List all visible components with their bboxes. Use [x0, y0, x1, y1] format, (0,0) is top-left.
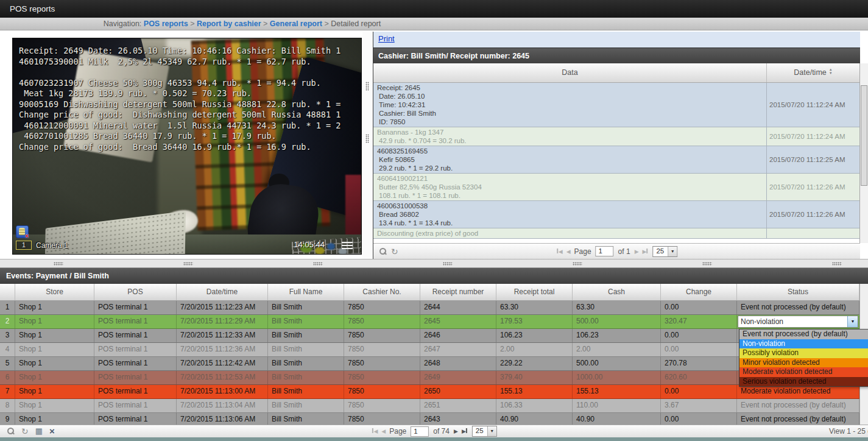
page-input[interactable]: 1: [411, 426, 429, 437]
first-page-icon[interactable]: ◀: [556, 249, 562, 255]
events-panel-header: Events: Payment / Bill Smith: [0, 268, 868, 284]
clear-filter-icon[interactable]: ×: [49, 427, 55, 436]
events-cell-name: Bill Smith: [268, 399, 344, 412]
events-row[interactable]: 1Shop 1POS terminal 17/20/2015 11:12:23 …: [0, 301, 859, 315]
camera-overlay-line: Change price of good: Bread 36440 16.9 r…: [19, 142, 360, 153]
dropdown-arrow-icon[interactable]: ▼: [847, 316, 858, 327]
dropdown-arrow-icon: ▼: [487, 426, 496, 436]
events-cell-cash: 106.23: [573, 329, 661, 342]
sort-icon: ▲▼: [829, 68, 833, 76]
breadcrumb-item[interactable]: General report: [270, 19, 322, 28]
status-dropdown-option[interactable]: Moderate violation detected: [739, 367, 868, 377]
page-of-label: of 74: [433, 427, 450, 436]
events-column-header[interactable]: Store: [15, 284, 94, 300]
search-icon[interactable]: [378, 247, 387, 256]
splitter-handle[interactable]: [443, 262, 453, 266]
splitter-handle[interactable]: [365, 82, 369, 91]
events-cell-name: Bill Smith: [268, 371, 344, 384]
events-cell-name: Bill Smith: [268, 357, 344, 370]
events-cell-total: 155.13: [496, 385, 573, 398]
events-cell-cash: 155.13: [573, 385, 661, 398]
events-row[interactable]: 5Shop 1POS terminal 17/20/2015 11:12:42 …: [0, 357, 859, 371]
print-link[interactable]: Print: [378, 34, 395, 43]
events-cell-store: Shop 1: [15, 301, 94, 314]
events-column-header[interactable]: [0, 284, 15, 300]
status-dropdown-option[interactable]: Serious violation detected: [739, 377, 868, 387]
horizontal-splitter[interactable]: [0, 259, 868, 268]
events-column-header[interactable]: Cashier No.: [344, 284, 420, 300]
events-column-header[interactable]: Status: [737, 284, 859, 300]
splitter-handle[interactable]: [54, 262, 63, 266]
prev-page-icon[interactable]: ◀: [381, 428, 385, 434]
events-row[interactable]: 9Shop 1POS terminal 17/20/2015 11:13:06 …: [0, 413, 859, 425]
events-column-header[interactable]: Change: [661, 284, 737, 300]
receipt-row[interactable]: Discounting (extra price) of good: [373, 228, 860, 239]
events-column-header[interactable]: Receipt total: [496, 284, 573, 300]
column-header-datetime[interactable]: Date/time▲▼: [767, 63, 860, 82]
receipt-row-data: 4608325169455Kefir 5086529.2 rub. * 1 = …: [373, 146, 767, 173]
receipt-row[interactable]: 4600631000538Bread 3680213.4 rub. * 1 = …: [373, 201, 860, 228]
events-cell-name: Bill Smith: [268, 385, 344, 398]
status-select[interactable]: Non-violation▼: [738, 316, 858, 328]
events-row[interactable]: 8Shop 1POS terminal 17/20/2015 11:13:04 …: [0, 399, 859, 413]
events-cell-name: Bill Smith: [268, 301, 344, 314]
next-page-icon[interactable]: ▶: [635, 249, 638, 255]
events-row[interactable]: 2Shop 1POS terminal 17/20/2015 11:12:29 …: [0, 315, 859, 329]
receipt-row[interactable]: 4608325169455Kefir 5086529.2 rub. * 1 = …: [373, 146, 860, 174]
refresh-icon[interactable]: ↻: [21, 427, 29, 436]
grid-columns-icon[interactable]: ▦: [35, 427, 43, 436]
events-column-header[interactable]: Receipt number: [420, 284, 496, 300]
vertical-splitter[interactable]: [362, 32, 373, 259]
receipt-scrollbar-thumb[interactable]: [861, 85, 867, 186]
breadcrumb-item[interactable]: POS reports: [144, 19, 188, 28]
events-cell-receipt: 2649: [420, 371, 496, 384]
events-cell-store: Shop 1: [15, 329, 94, 342]
page-input[interactable]: 1: [596, 246, 614, 256]
events-row[interactable]: 7Shop 1POS terminal 17/20/2015 11:13:00 …: [0, 385, 859, 399]
events-column-header[interactable]: Cash: [573, 284, 661, 300]
breadcrumb-item[interactable]: Report by cashier: [197, 19, 261, 28]
events-column-header[interactable]: Full Name: [268, 284, 344, 300]
status-dropdown-option[interactable]: Minor violation detected: [739, 358, 868, 368]
camera-overlay-line: 4607023231907 Cheese 50% 300g 46353 94.4…: [19, 78, 360, 89]
events-column-header[interactable]: Date/time: [177, 284, 268, 300]
camera-menu-icon[interactable]: [342, 242, 353, 249]
receipt-row[interactable]: 4606419002121Butter 82,5% 450g Russia 52…: [373, 174, 860, 201]
events-cell-status: Non-violation▼: [737, 315, 859, 328]
events-cell-cashier_no: 7850: [344, 413, 420, 425]
splitter-handle[interactable]: [702, 262, 712, 266]
last-page-icon[interactable]: ▶: [643, 249, 649, 255]
refresh-icon[interactable]: ↻: [391, 247, 398, 256]
camera-view[interactable]: Receipt: 2649 Date: 26.05.10 Time: 10:46…: [12, 38, 362, 255]
page-size-select[interactable]: 25▼: [472, 426, 497, 437]
events-column-header[interactable]: POS: [94, 284, 177, 300]
events-cell-total: 2.00: [496, 343, 573, 356]
receipt-row-datetime: 2015/07/20 11:12:26 AM: [767, 174, 860, 200]
events-cell-num: 4: [0, 343, 15, 356]
search-icon[interactable]: [6, 427, 15, 436]
status-dropdown-option[interactable]: Non-violation: [739, 339, 868, 349]
last-page-icon[interactable]: ▶: [462, 428, 468, 434]
page-size-select[interactable]: 25▼: [652, 246, 677, 257]
receipt-row[interactable]: Banannas - 1kg 134742.9 rub. * 0.704 = 3…: [373, 127, 860, 146]
events-cell-pos: POS terminal 1: [94, 399, 177, 412]
prev-page-icon[interactable]: ◀: [566, 249, 570, 255]
next-page-icon[interactable]: ▶: [454, 428, 457, 434]
splitter-handle[interactable]: [573, 262, 582, 266]
events-row[interactable]: 3Shop 1POS terminal 17/20/2015 11:12:33 …: [0, 329, 859, 343]
first-page-icon[interactable]: ◀: [371, 428, 377, 434]
events-row[interactable]: 6Shop 1POS terminal 17/20/2015 11:12:53 …: [0, 371, 859, 385]
splitter-handle[interactable]: [832, 262, 842, 266]
splitter-handle[interactable]: [313, 262, 323, 266]
archive-database-icon[interactable]: ×: [16, 225, 29, 238]
receipt-table-header: Data Date/time▲▼: [373, 63, 860, 83]
splitter-handle[interactable]: [183, 262, 193, 266]
splitter-handle[interactable]: [365, 134, 369, 143]
column-header-data[interactable]: Data: [373, 63, 767, 82]
events-row[interactable]: 4Shop 1POS terminal 17/20/2015 11:12:36 …: [0, 343, 859, 357]
camera-overlay-line: 4602701001285 Bread 36440 17.9 rub. * 1 …: [19, 131, 360, 142]
receipt-row[interactable]: Receipt: 2645Date: 26.05.10Time: 10:42:3…: [373, 83, 860, 127]
status-dropdown-option[interactable]: Event not processed (by default): [739, 330, 868, 339]
events-cell-receipt: 2650: [420, 385, 496, 398]
status-dropdown-option[interactable]: Possibly violation: [739, 348, 868, 358]
